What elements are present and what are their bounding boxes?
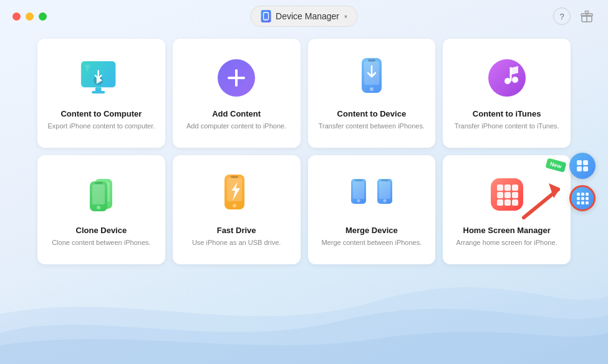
- svg-rect-46: [504, 199, 511, 206]
- title-right-buttons: ?: [553, 7, 596, 25]
- svg-point-24: [97, 206, 100, 209]
- svg-rect-50: [577, 166, 582, 171]
- card-merge-device[interactable]: Merge Device Merge content between iPhon…: [308, 155, 436, 264]
- svg-rect-57: [586, 197, 589, 200]
- card-desc: Export iPhone content to computer.: [47, 122, 155, 131]
- svg-rect-10: [92, 91, 105, 93]
- card-desc: Clone content between iPhones.: [52, 238, 150, 247]
- minimize-button[interactable]: [26, 12, 34, 21]
- svg-rect-43: [504, 192, 511, 198]
- svg-rect-41: [512, 184, 518, 191]
- svg-point-36: [383, 199, 386, 203]
- maximize-button[interactable]: [39, 12, 47, 21]
- card-title: Merge Device: [345, 226, 398, 235]
- svg-rect-45: [497, 199, 503, 206]
- card-icon-monitor: [79, 55, 123, 100]
- card-title: Clone Device: [76, 226, 127, 235]
- svg-rect-56: [581, 197, 584, 200]
- svg-point-17: [504, 78, 511, 84]
- svg-rect-55: [577, 197, 580, 200]
- new-badge: New: [546, 158, 567, 172]
- cards-grid: Content to Computer Export iPhone conten…: [0, 32, 608, 277]
- card-desc: Arrange home screen for iPhone.: [456, 238, 557, 247]
- card-home-screen-manager[interactable]: New Hom: [443, 155, 571, 264]
- close-button[interactable]: [12, 12, 21, 21]
- svg-point-18: [512, 77, 518, 83]
- svg-rect-58: [577, 201, 580, 204]
- card-icon-clone: [79, 172, 123, 217]
- svg-rect-60: [586, 201, 589, 204]
- card-title: Fast Drive: [217, 226, 256, 235]
- svg-rect-51: [583, 166, 588, 171]
- card-add-content[interactable]: Add Content Add computer content to iPho…: [173, 39, 301, 148]
- traffic-lights: [12, 12, 47, 21]
- svg-rect-35: [379, 181, 390, 199]
- card-icon-home-screen: [485, 172, 529, 217]
- svg-rect-25: [95, 182, 102, 184]
- svg-rect-52: [577, 193, 580, 196]
- svg-rect-53: [581, 193, 584, 196]
- svg-rect-29: [231, 176, 238, 178]
- card-content-to-computer[interactable]: Content to Computer Export iPhone conten…: [37, 39, 165, 148]
- card-content-to-device[interactable]: Content to Device Transfer content betwe…: [308, 39, 436, 148]
- phone-icon: [261, 10, 271, 22]
- card-desc: Add computer content to iPhone.: [186, 122, 286, 131]
- svg-rect-31: [353, 181, 364, 199]
- svg-rect-42: [497, 192, 503, 198]
- title-bar: Device Manager ▾ ?: [0, 0, 608, 32]
- side-button-top[interactable]: [569, 153, 596, 179]
- card-clone-device[interactable]: Clone Device Clone content between iPhon…: [37, 155, 165, 264]
- svg-rect-47: [512, 199, 518, 206]
- svg-rect-9: [95, 87, 102, 92]
- card-title: Content to Computer: [60, 109, 142, 118]
- card-icon-fast-drive: [214, 172, 259, 217]
- card-desc: Transfer content between iPhones.: [319, 122, 425, 131]
- svg-rect-15: [368, 59, 375, 62]
- card-icon-add: [214, 55, 259, 100]
- side-button-bottom[interactable]: [569, 185, 596, 211]
- card-fast-drive[interactable]: Fast Drive Use iPhone as an USB drive.: [173, 155, 301, 264]
- card-icon-itunes: [485, 55, 529, 100]
- svg-rect-54: [586, 193, 589, 196]
- svg-rect-44: [512, 192, 518, 198]
- svg-point-1: [265, 18, 266, 19]
- side-buttons: [569, 153, 596, 211]
- svg-rect-59: [581, 201, 584, 204]
- app-title-container: Device Manager ▾: [250, 6, 358, 27]
- card-content-to-itunes[interactable]: Content to iTunes Transfer iPhone conten…: [443, 39, 571, 148]
- app-title-button[interactable]: Device Manager ▾: [250, 6, 358, 27]
- card-desc: Use iPhone as an USB drive.: [192, 238, 281, 247]
- svg-rect-23: [92, 184, 105, 204]
- gift-button[interactable]: [578, 7, 596, 25]
- help-button[interactable]: ?: [553, 7, 571, 25]
- svg-rect-39: [497, 184, 503, 191]
- card-icon-device: [349, 55, 394, 100]
- svg-point-32: [357, 199, 360, 203]
- card-icon-merge: [349, 172, 394, 217]
- card-desc: Transfer iPhone content to iTunes.: [455, 122, 559, 131]
- svg-point-16: [488, 59, 526, 97]
- chevron-down-icon: ▾: [344, 13, 347, 20]
- svg-point-14: [370, 87, 374, 91]
- svg-rect-37: [381, 180, 388, 181]
- card-title: Home Screen Manager: [463, 226, 551, 235]
- app-title-label: Device Manager: [276, 11, 339, 21]
- card-title: Content to iTunes: [473, 109, 541, 118]
- svg-rect-40: [504, 184, 511, 191]
- svg-point-28: [233, 204, 236, 208]
- card-title: Add Content: [212, 109, 261, 118]
- card-desc: Merge content between iPhones.: [321, 238, 422, 247]
- card-title: Content to Device: [337, 109, 407, 118]
- svg-rect-33: [355, 180, 362, 181]
- svg-rect-49: [583, 160, 588, 165]
- svg-rect-48: [577, 160, 582, 165]
